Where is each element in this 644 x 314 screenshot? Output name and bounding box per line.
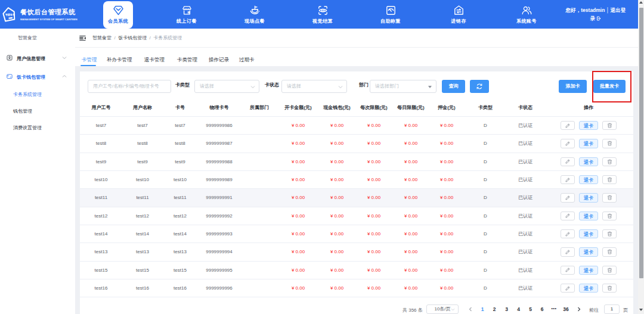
svg-text:智慧食堂: 智慧食堂	[5, 13, 15, 17]
